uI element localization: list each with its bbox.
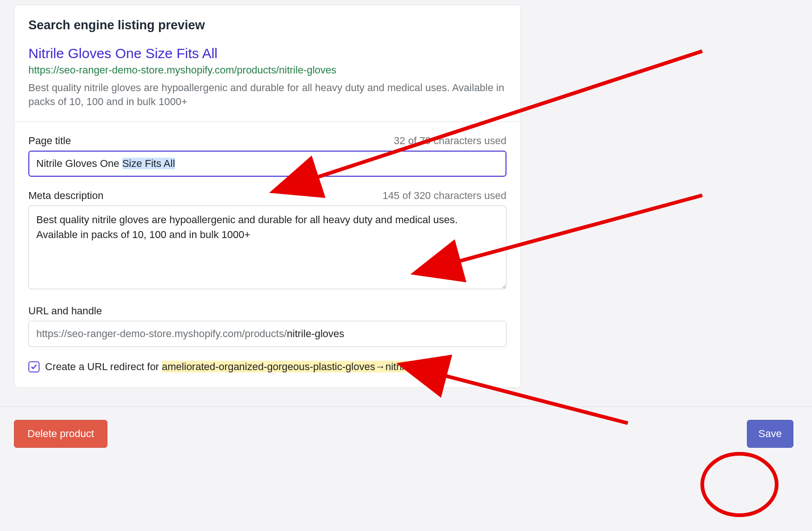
seo-preview-url: https://seo-ranger-demo-store.myshopify.…	[28, 64, 506, 76]
meta-description-field: Meta description 145 of 320 characters u…	[28, 190, 506, 292]
label-row: Meta description 145 of 320 characters u…	[28, 190, 506, 202]
redirect-row: Create a URL redirect for ameliorated-or…	[28, 360, 506, 374]
url-prefix: https://seo-ranger-demo-store.myshopify.…	[36, 328, 287, 340]
seo-preview-section: Search engine listing preview Nitrile Gl…	[14, 5, 520, 121]
page-title-value-prefix: Nitrile Gloves One	[36, 158, 122, 169]
page-title-char-count: 32 of 70 characters used	[394, 135, 506, 147]
redirect-old-handle: ameliorated-organized-gorgeous-plastic-g…	[162, 361, 375, 372]
redirect-checkbox[interactable]	[28, 361, 40, 372]
save-button[interactable]: Save	[747, 420, 793, 448]
label-row: Page title 32 of 70 characters used	[28, 135, 506, 147]
card-title: Search engine listing preview	[28, 18, 506, 33]
label-row: URL and handle	[28, 305, 506, 317]
page-title-label: Page title	[28, 135, 71, 147]
checkmark-icon	[31, 361, 37, 373]
seo-preview-description: Best quality nitrile gloves are hypoalle…	[28, 81, 506, 108]
page-title-input[interactable]: Nitrile Gloves One Size Fits All	[28, 151, 506, 177]
page-title-value-selected: Size Fits All	[122, 158, 175, 169]
meta-description-input[interactable]	[28, 206, 506, 289]
footer-actions: Delete product Save	[0, 407, 812, 448]
arrow-right-icon: →	[375, 361, 386, 372]
redirect-label: Create a URL redirect for ameliorated-or…	[45, 360, 443, 374]
url-handle-value: nitrile-gloves	[287, 328, 345, 340]
url-handle-input[interactable]: https://seo-ranger-demo-store.myshopify.…	[28, 321, 506, 347]
seo-card: Search engine listing preview Nitrile Gl…	[14, 5, 521, 388]
url-handle-label: URL and handle	[28, 305, 102, 317]
redirect-prefix: Create a URL redirect for	[45, 361, 162, 372]
delete-product-button[interactable]: Delete product	[14, 420, 107, 448]
seo-fields-section: Page title 32 of 70 characters used Nitr…	[14, 121, 520, 387]
page-title-field: Page title 32 of 70 characters used Nitr…	[28, 135, 506, 177]
annotation-circle	[698, 449, 781, 521]
seo-preview-title: Nitrile Gloves One Size Fits All	[28, 46, 506, 61]
svg-point-4	[702, 454, 777, 515]
meta-description-label: Meta description	[28, 190, 103, 202]
meta-description-char-count: 145 of 320 characters used	[382, 190, 506, 202]
redirect-new-handle: nitrile-gloves	[386, 361, 443, 372]
url-handle-field: URL and handle https://seo-ranger-demo-s…	[28, 305, 506, 347]
